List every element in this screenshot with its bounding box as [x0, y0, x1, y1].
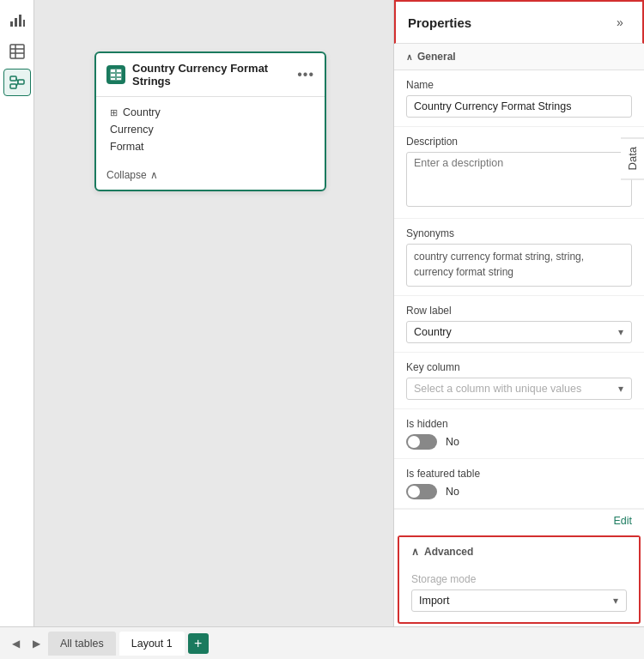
svg-rect-18: [111, 78, 115, 80]
nav-prev-button[interactable]: ◀: [7, 635, 24, 652]
is-featured-toggle-row: No: [406, 484, 632, 499]
svg-rect-2: [19, 15, 21, 27]
svg-line-11: [16, 79, 18, 82]
table-card-icon: [106, 65, 125, 84]
canvas-area: Country Currency Format Strings ••• ⊞ Co…: [34, 0, 393, 626]
svg-rect-10: [18, 80, 24, 84]
synonyms-value: country currency format string, string, …: [406, 244, 632, 287]
properties-panel: Properties » Data ∧ General Name Descrip…: [393, 0, 644, 626]
advanced-section: ∧ Advanced Storage mode Import: [398, 535, 641, 624]
collapse-label: Collapse: [106, 169, 147, 181]
model-view-button[interactable]: [3, 69, 31, 96]
is-featured-group: Is featured table No: [394, 459, 644, 509]
svg-rect-1: [15, 18, 17, 27]
advanced-body: Storage mode Import: [399, 566, 639, 622]
properties-body: ∧ General Name Description Synonyms coun…: [394, 44, 644, 626]
is-hidden-group: Is hidden No: [394, 409, 644, 459]
key-column-select-wrapper: Select a column with unique values: [406, 378, 632, 400]
key-icon: ⊞: [110, 107, 118, 118]
is-featured-value: No: [446, 486, 459, 498]
bottom-bar: ◀ ▶ All tables Layout 1 +: [0, 626, 644, 659]
field-country-label: Country: [123, 106, 161, 118]
key-column-group: Key column Select a column with unique v…: [394, 353, 644, 409]
storage-mode-select-wrapper: Import: [411, 589, 627, 612]
collapse-button[interactable]: Collapse ∧: [96, 162, 325, 190]
storage-mode-select[interactable]: Import: [411, 589, 627, 612]
collapse-chevron-icon: ∧: [150, 169, 158, 181]
svg-rect-17: [117, 74, 121, 76]
field-format: Format: [110, 138, 311, 155]
advanced-chevron-icon: ∧: [411, 546, 419, 558]
properties-collapse-button[interactable]: »: [610, 12, 630, 33]
is-featured-toggle[interactable]: [406, 484, 437, 499]
is-featured-label: Is featured table: [406, 468, 632, 480]
svg-rect-14: [111, 70, 115, 72]
svg-line-12: [16, 83, 18, 87]
tab-all-tables[interactable]: All tables: [48, 632, 116, 656]
svg-rect-8: [10, 76, 16, 81]
properties-header: Properties »: [394, 0, 644, 44]
is-hidden-value: No: [446, 436, 459, 448]
table-card-title: Country Currency Format Strings: [132, 62, 290, 88]
general-section-header: ∧ General: [394, 44, 644, 70]
description-group: Description: [394, 127, 644, 219]
general-section-label: General: [417, 51, 456, 63]
name-input[interactable]: [406, 95, 632, 118]
table-card: Country Currency Format Strings ••• ⊞ Co…: [94, 51, 326, 191]
advanced-section-header: ∧ Advanced: [399, 537, 639, 566]
description-label: Description: [406, 136, 632, 148]
advanced-section-label: Advanced: [424, 546, 473, 558]
general-chevron-icon: ∧: [406, 52, 412, 62]
row-label-group: Row label Country: [394, 296, 644, 353]
add-tab-button[interactable]: +: [188, 633, 209, 654]
chart-view-button[interactable]: [3, 7, 31, 34]
storage-mode-label: Storage mode: [411, 573, 627, 585]
svg-rect-19: [117, 78, 121, 80]
icon-sidebar: [0, 0, 34, 626]
svg-rect-16: [111, 74, 115, 76]
key-column-label: Key column: [406, 361, 632, 373]
is-hidden-toggle[interactable]: [406, 434, 437, 450]
tab-layout-1[interactable]: Layout 1: [119, 632, 185, 656]
is-hidden-label: Is hidden: [406, 418, 632, 430]
table-card-menu-button[interactable]: •••: [297, 67, 314, 82]
svg-rect-15: [117, 70, 121, 72]
svg-rect-9: [10, 84, 16, 88]
row-label-select[interactable]: Country: [406, 321, 632, 343]
nav-next-button[interactable]: ▶: [27, 635, 45, 652]
tab-layout-1-label: Layout 1: [131, 638, 173, 650]
is-hidden-toggle-row: No: [406, 434, 632, 450]
svg-rect-0: [10, 21, 13, 27]
field-currency: Currency: [110, 121, 311, 138]
table-view-button[interactable]: [3, 38, 31, 65]
tab-all-tables-label: All tables: [60, 638, 104, 650]
synonyms-label: Synonyms: [406, 227, 632, 239]
description-textarea[interactable]: [406, 152, 632, 207]
field-currency-label: Currency: [110, 124, 154, 136]
edit-link[interactable]: Edit: [394, 509, 644, 532]
table-card-fields: ⊞ Country Currency Format: [96, 97, 325, 162]
field-format-label: Format: [110, 141, 144, 153]
properties-title: Properties: [408, 15, 471, 30]
row-label-label: Row label: [406, 305, 632, 317]
field-country: ⊞ Country: [110, 104, 311, 121]
svg-rect-3: [23, 20, 25, 27]
svg-rect-4: [10, 45, 24, 58]
row-label-select-wrapper: Country: [406, 321, 632, 343]
key-column-select[interactable]: Select a column with unique values: [406, 378, 632, 400]
add-tab-icon: +: [194, 636, 202, 651]
table-card-header: Country Currency Format Strings •••: [96, 53, 325, 97]
name-label: Name: [406, 79, 632, 91]
name-group: Name: [394, 70, 644, 127]
data-tab[interactable]: Data: [621, 137, 644, 179]
synonyms-group: Synonyms country currency format string,…: [394, 219, 644, 296]
